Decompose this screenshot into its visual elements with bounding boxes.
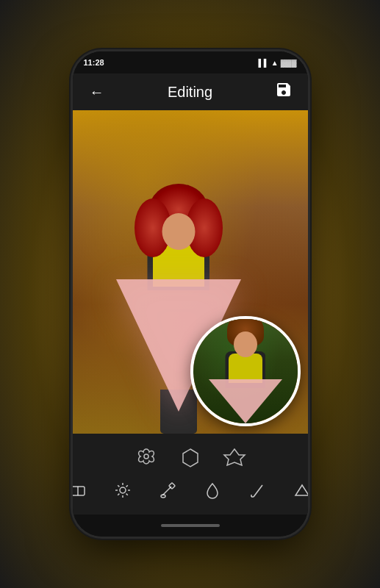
svg-line-9: [126, 493, 128, 495]
pencil-icon: [248, 481, 267, 504]
brush-icon: [158, 481, 177, 504]
brightness-button[interactable]: [110, 479, 136, 506]
svg-line-15: [254, 485, 262, 497]
app-bar: ← Editing: [73, 74, 308, 110]
pencil-button[interactable]: [244, 479, 270, 506]
bottom-toolbar: [73, 434, 308, 514]
wifi-icon: ▲: [271, 59, 279, 67]
status-icons: ▌▌ ▲ ▓▓▓: [259, 59, 297, 67]
main-photo: [73, 110, 308, 434]
star-shape-icon: [223, 446, 246, 470]
back-arrow-icon: ←: [90, 84, 104, 101]
photo-area: [73, 110, 308, 434]
hexagon-shape-icon: [179, 446, 202, 470]
flower-shape-icon: [135, 446, 158, 470]
water-button[interactable]: [199, 479, 226, 506]
back-button[interactable]: ←: [84, 79, 110, 105]
phone-top-bezel: 11:28 ▌▌ ▲ ▓▓▓: [73, 51, 308, 74]
svg-line-11: [118, 493, 119, 495]
circle-face: [234, 331, 257, 357]
tool-row: [73, 479, 308, 506]
brightness-icon: [113, 481, 132, 504]
circle-skirt: [209, 379, 282, 423]
eraser-button[interactable]: [73, 479, 92, 506]
star-shape-button[interactable]: [220, 443, 249, 473]
face: [162, 213, 195, 250]
hexagon-shape-button[interactable]: [176, 443, 205, 473]
svg-line-10: [126, 485, 128, 487]
circle-shirt: [229, 354, 262, 383]
phone-bottom-bezel: [73, 514, 308, 537]
battery-icon: ▓▓▓: [281, 59, 297, 67]
app-screen: ← Editing: [73, 74, 308, 514]
circle-photo-bg: [193, 319, 298, 423]
svg-point-3: [120, 487, 126, 493]
svg-line-12: [162, 487, 171, 495]
triangle-button[interactable]: [289, 479, 308, 506]
signal-icon: ▌▌: [259, 59, 269, 67]
save-button[interactable]: [270, 79, 297, 105]
triangle-icon: [293, 481, 308, 504]
brush-button[interactable]: [154, 479, 181, 506]
person-circle: [212, 316, 279, 423]
home-indicator: [161, 524, 220, 527]
svg-point-14: [161, 495, 165, 498]
status-time: 11:28: [84, 58, 104, 67]
circle-overlay-photo: [190, 316, 301, 426]
phone-device: 11:28 ▌▌ ▲ ▓▓▓ ← Editing: [73, 51, 308, 537]
water-icon: [203, 481, 222, 504]
page-title: Editing: [168, 84, 212, 101]
shape-row: [132, 443, 249, 473]
save-icon: [275, 81, 293, 103]
eraser-icon: [73, 481, 88, 504]
status-bar: 11:28 ▌▌ ▲ ▓▓▓: [73, 51, 308, 74]
svg-line-8: [118, 485, 119, 487]
svg-point-0: [144, 454, 148, 459]
flower-shape-button[interactable]: [132, 443, 161, 473]
